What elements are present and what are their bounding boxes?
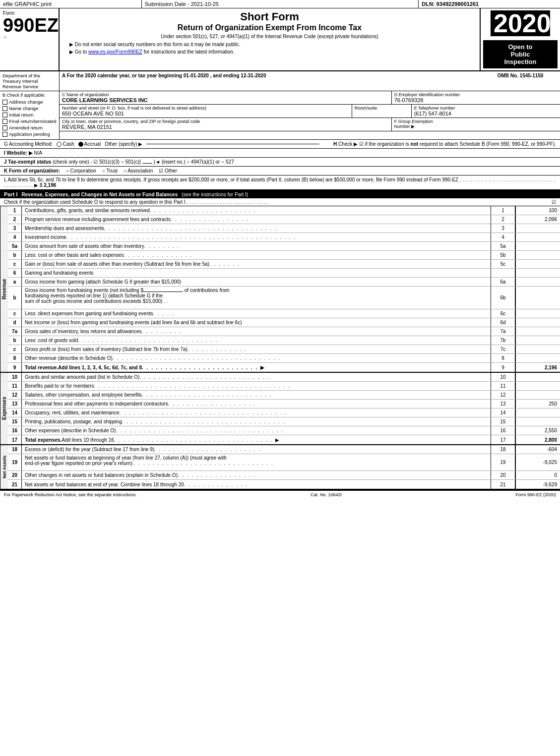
line-17-desc: Total expenses. Add lines 10 through 16 … (22, 435, 491, 444)
corporation-option[interactable]: ○ Corporation (66, 168, 96, 174)
line-18-row: 18 Excess or (deficit) for the year (Sub… (8, 445, 560, 454)
line-6c-num: c (8, 309, 22, 318)
check-application-label: Application pending (9, 131, 50, 137)
h-check-label: H Check ▶ ☑ if the organization is not r… (333, 141, 556, 147)
line-14-desc: Occupancy, rent, utilities, and maintena… (22, 408, 491, 417)
check-name-change[interactable]: Name change (2, 106, 57, 111)
line-2-value: 2,096 (515, 215, 560, 224)
line-5a-value (515, 242, 560, 250)
line-15-ref: 15 (491, 417, 515, 426)
line-12-row: 12 Salaries, other compensation, and emp… (8, 391, 560, 400)
go-to-text: ▶ Go to (69, 49, 88, 55)
line-1-row: 1 Contributions, gifts, grants, and simi… (8, 206, 560, 215)
line-3-num: 3 (8, 224, 22, 233)
line-4-num: 4 (8, 233, 22, 241)
check-schedule-text: Check if the organization used Schedule … (4, 199, 268, 205)
line-17-ref: 17 (491, 435, 515, 444)
cash-option[interactable]: Cash (57, 141, 74, 147)
expenses-side-label: Expenses (0, 373, 8, 444)
line-4-ref: 4 (491, 233, 515, 241)
line-5b-ref: 5b (491, 251, 515, 259)
check-amended[interactable]: Amended return (2, 125, 57, 130)
under-section-text: Under section 501(c), 527, or 4947(a)(1)… (64, 34, 475, 39)
line-7c-ref: 7c (491, 345, 515, 353)
check-initial-return[interactable]: Initial return (2, 112, 57, 117)
year-box: 2020 (491, 10, 550, 36)
check-application[interactable]: Application pending (2, 131, 57, 137)
line-21-ref: 21 (491, 480, 515, 489)
line-10-ref: 10 (491, 373, 515, 381)
line-11-value (515, 382, 560, 390)
line-16-row: 16 Other expenses (describe in Schedule … (8, 426, 560, 435)
line-7a-num: 7a (8, 327, 22, 336)
checkbox-name-change[interactable] (2, 106, 7, 111)
line-6c-value (515, 309, 560, 318)
check-final-return[interactable]: Final return/terminated (2, 118, 57, 124)
line-1-desc: Contributions, gifts, grants, and simila… (22, 206, 491, 215)
line-6a-ref: 6a (491, 278, 515, 286)
line-7b-value (515, 336, 560, 345)
c501c-check[interactable]: ○ 501(c)( (121, 159, 141, 165)
line-8-value (515, 354, 560, 362)
other-specify-field[interactable] (146, 144, 319, 144)
line-16-desc: Other expenses (describe in Schedule O) … (22, 426, 491, 435)
j-note: (check only one) - (53, 159, 93, 165)
trust-option[interactable]: ○ Trust (102, 168, 118, 174)
checkbox-application[interactable] (2, 132, 7, 137)
checkbox-initial-return[interactable] (2, 113, 7, 117)
line-16-num: 16 (8, 426, 22, 435)
checkbox-final-return[interactable] (2, 119, 7, 124)
part1-title: Revenue, Expenses, and Changes in Net As… (22, 192, 178, 197)
line-6a-row: a Gross income from gaming (attach Sched… (8, 278, 560, 287)
check-address-change[interactable]: Address change (2, 99, 57, 105)
line-4-row: 4 Investment income . . . . . . . . . . … (8, 233, 560, 242)
accrual-radio[interactable] (78, 142, 83, 147)
ein-field: D Employer identification number 76-0769… (392, 91, 560, 104)
line-6c-row: c Less: direct expenses from gaming and … (8, 309, 560, 318)
line-7c-value (515, 345, 560, 353)
footer-middle: Cat. No. 10642I (311, 492, 342, 497)
line-8-ref: 8 (491, 354, 515, 362)
top-bar-middle: Submission Date - 2021-10-25 (142, 0, 419, 8)
open-public-box: Open to Public Inspection (483, 40, 558, 68)
line-13-ref: 13 (491, 400, 515, 408)
association-option[interactable]: ○ Association (124, 168, 153, 174)
insert-no-field[interactable] (142, 163, 152, 164)
line-5c-row: c Gain or (loss) from sale of assets oth… (8, 260, 560, 269)
line-6d-value (515, 318, 560, 327)
checkbox-address-change[interactable] (2, 100, 7, 105)
page: efile GRAPHIC print Submission Date - 20… (0, 0, 560, 499)
line-6b-ref: 6b (491, 287, 515, 309)
irs-link[interactable]: www.irs.gov/Form990EZ (88, 49, 142, 55)
l-value: 2,196 (44, 182, 56, 188)
line-20-value: 0 (515, 471, 560, 479)
line-5a-ref: 5a (491, 242, 515, 250)
line-6a-num: a (8, 278, 22, 286)
c501c3-check[interactable]: ☑ 501(c)(3) (93, 159, 119, 165)
checkbox-amended[interactable] (2, 125, 7, 130)
c4947-check[interactable]: ○ 4947(a)(1) or (187, 159, 220, 165)
check-schedule-value[interactable]: ☑ (552, 199, 556, 205)
line-13-value: 250 (515, 400, 560, 408)
f-group-label: F Group ExemptionNumber ▶ (394, 119, 558, 129)
line-6b-row: b Gross income from fundraising events (… (8, 287, 560, 309)
c527-check[interactable]: ○ 527 (221, 159, 234, 165)
main-header: Form 990EZ ☞ Short Form Return of Organi… (0, 8, 560, 71)
line-6c-desc: Less: direct expenses from gaming and fu… (22, 309, 491, 318)
room-label: Room/suite (355, 106, 409, 111)
line-21-num: 21 (8, 480, 22, 489)
line-19-row: 19 Net assets or fund balances at beginn… (8, 454, 560, 471)
line-6d-num: d (8, 318, 22, 327)
cash-radio[interactable] (57, 142, 62, 147)
other-option[interactable]: ☑ Other (159, 168, 177, 174)
line-7b-row: b Less: cost of goods sold . . . . . . .… (8, 336, 560, 345)
city-label: City or town, state or province, country… (62, 119, 389, 124)
line-5b-desc: Less: cost or other basis and sales expe… (22, 251, 491, 259)
line-7a-ref: 7a (491, 327, 515, 336)
line-6-value (515, 269, 560, 277)
accrual-option[interactable]: Accrual (78, 141, 101, 147)
org-name-field: C Name of organization CORE LEARNING SER… (60, 91, 392, 104)
line-14-row: 14 Occupancy, rent, utilities, and maint… (8, 408, 560, 417)
line-15-row: 15 Printing, publications, postage, and … (8, 417, 560, 426)
line-18-value: -604 (515, 445, 560, 454)
